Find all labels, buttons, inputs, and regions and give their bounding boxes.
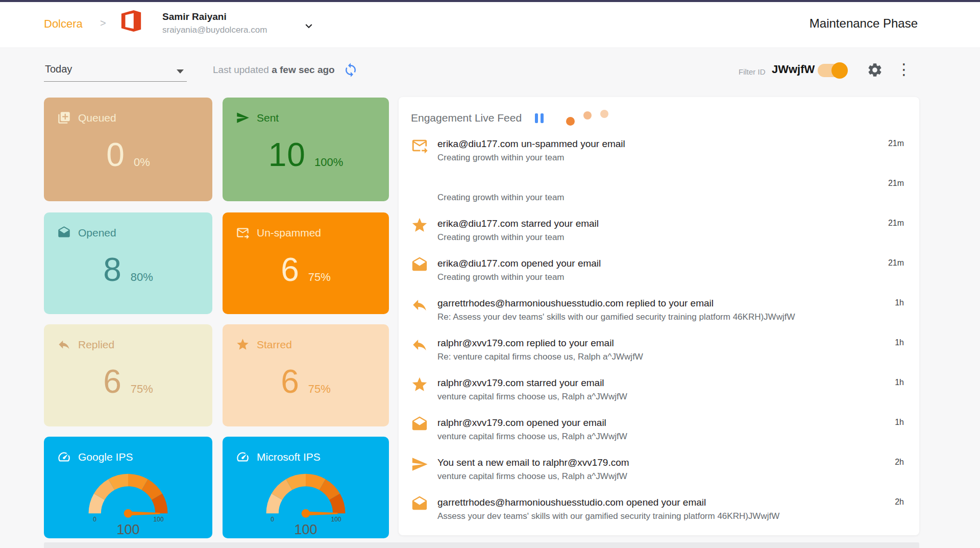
feed-item-title: ralphr@xvv179.com starred your email — [437, 376, 877, 390]
stat-percent: 75% — [308, 271, 331, 284]
feed-title: Engagement Live Feed — [411, 112, 522, 124]
last-updated-value: a few sec ago — [272, 64, 335, 75]
reply-icon — [411, 336, 428, 353]
stat-card-opened[interactable]: Opened 8 80% — [44, 212, 212, 314]
phase-label: Maintenance Phase — [810, 16, 918, 31]
stat-percent: 80% — [131, 271, 153, 284]
stat-card-sent[interactable]: Sent 10 100% — [223, 98, 389, 201]
user-name: Samir Raiyani — [162, 11, 267, 22]
feed-item[interactable]: ralphr@xvv179.com replied to your email … — [399, 335, 919, 375]
open-envelope-icon — [411, 256, 428, 274]
gauge-min-tick: 0 — [93, 516, 96, 523]
pause-icon[interactable] — [535, 113, 544, 123]
stat-card-unspammed[interactable]: Un-spammed 6 75% — [223, 212, 389, 314]
account-selector[interactable]: Samir Raiyani sraiyania@buydolcera.com — [162, 11, 267, 35]
stat-value: 8 — [103, 251, 122, 289]
feed-item[interactable]: erika@diu177.com starred your email Crea… — [399, 216, 919, 255]
feed-item-time: 1h — [877, 416, 904, 455]
feed-item-subtitle: venture capital firms choose us, Ralph a… — [437, 430, 877, 443]
feed-item[interactable]: ralphr@xvv179.com starred your email ven… — [399, 375, 919, 415]
feed-item[interactable]: garrettrhodes@harmonioushuesstudio.com r… — [399, 295, 919, 335]
last-updated-text: Last updated a few sec ago — [213, 64, 335, 76]
stat-card-replied[interactable]: Replied 6 75% — [44, 324, 212, 426]
gauge-google: 0 100 100 — [57, 466, 199, 538]
feed-item-title: You sent a new email to ralphr@xvv179.co… — [437, 456, 877, 470]
stat-label: Sent — [257, 112, 279, 124]
feed-item-title: ralphr@xvv179.com opened your email — [437, 416, 877, 430]
feed-item-subtitle: Assess your dev teams' skills with our g… — [437, 510, 877, 522]
chevron-down-icon[interactable] — [302, 19, 315, 33]
kebab-menu-icon[interactable]: ⋮ — [896, 59, 911, 80]
add-to-queue-icon — [57, 111, 71, 125]
select-caret-icon — [177, 69, 184, 74]
stat-label: Replied — [78, 339, 114, 351]
feed-header: Engagement Live Feed — [399, 97, 919, 133]
stat-percent: 0% — [134, 156, 150, 169]
feed-item-time: 21m — [877, 217, 904, 255]
feed-item-title: erika@diu177.com un-spammed your email — [437, 137, 877, 151]
date-range-value: Today — [45, 63, 72, 75]
stat-card-queued[interactable]: Queued 0 0% — [44, 98, 212, 201]
gauge-max-tick: 100 — [331, 516, 341, 523]
feed-item[interactable]: You sent a new email to ralphr@xvv179.co… — [399, 455, 919, 494]
feed-item-time: 21m — [877, 177, 904, 216]
brand-link[interactable]: Dolcera — [44, 17, 83, 31]
star-icon — [411, 376, 428, 393]
open-envelope-icon — [411, 495, 428, 513]
feed-item[interactable]: erika@diu177.com un-spammed your email C… — [399, 136, 919, 176]
feed-item-subtitle: Creating growth within your team — [437, 151, 877, 164]
stat-value: 6 — [281, 251, 300, 289]
speedometer-icon — [236, 450, 250, 464]
next-row-peek — [44, 542, 919, 548]
toggle-knob — [831, 62, 848, 79]
feed-item-title: erika@diu177.com starred your email — [437, 217, 877, 231]
feed-item-subtitle: Creating growth within your team — [437, 191, 877, 204]
loading-dots-icon — [566, 114, 608, 123]
gauge-card-microsoft-ips[interactable]: Microsoft IPS 0 100 100 — [223, 437, 389, 538]
breadcrumb: > — [100, 17, 106, 29]
engagement-live-feed-panel: Engagement Live Feed erika@diu177.com un… — [399, 97, 919, 535]
gear-icon[interactable] — [867, 62, 883, 78]
feed-item[interactable]: ralphr@xvv179.com opened your email vent… — [399, 415, 919, 455]
feed-item-time: 2h — [877, 456, 904, 494]
feed-item-time: 1h — [877, 296, 904, 335]
feed-item-time: 21m — [877, 137, 904, 176]
star-icon — [236, 338, 250, 351]
filter-toggle[interactable] — [818, 64, 846, 77]
app-header: Dolcera > Samir Raiyani sraiyania@buydol… — [0, 2, 980, 48]
stat-card-starred[interactable]: Starred 6 75% — [223, 324, 389, 426]
feed-item[interactable]: erika@diu177.com opened your email Creat… — [399, 255, 919, 295]
send-icon — [411, 456, 428, 473]
gauge-label: Microsoft IPS — [257, 451, 321, 463]
feed-item-title: garrettrhodes@harmonioushuesstudio.com o… — [437, 495, 877, 510]
feed-item-time: 21m — [877, 256, 904, 295]
gauge-card-google-ips[interactable]: Google IPS 0 100 100 — [44, 437, 212, 538]
filter-id-label: Filter ID — [739, 67, 766, 76]
feed-item-title: garrettrhodes@harmonioushuesstudio.com r… — [437, 296, 877, 311]
open-envelope-icon — [411, 416, 428, 433]
send-icon — [236, 111, 250, 125]
stat-label: Opened — [78, 227, 116, 239]
feed-item-subtitle: Re: Assess your dev teams' skills with o… — [437, 311, 877, 323]
feed-item-subtitle: Creating growth within your team — [437, 271, 877, 283]
refresh-icon[interactable] — [343, 62, 358, 78]
feed-item[interactable]: Creating growth within your team 21m — [399, 176, 919, 216]
feed-item-time: 2h — [877, 495, 904, 534]
stat-value: 0 — [106, 136, 125, 174]
speedometer-icon — [57, 450, 71, 464]
feed-item-subtitle: Creating growth within your team — [437, 231, 877, 244]
feed-list: erika@diu177.com un-spammed your email C… — [399, 133, 919, 534]
feed-item-subtitle: Re: venture capital firms choose us, Ral… — [437, 350, 877, 363]
gauge-min-tick: 0 — [271, 516, 274, 523]
feed-item[interactable]: garrettrhodes@harmonioushuesstudio.com o… — [399, 494, 919, 534]
date-range-select[interactable]: Today — [44, 60, 187, 82]
stat-value: 6 — [103, 363, 122, 400]
feed-item-title: erika@diu177.com opened your email — [437, 256, 877, 271]
feed-item-time: 1h — [877, 336, 904, 375]
stat-label: Starred — [257, 339, 292, 351]
stat-percent: 75% — [131, 383, 153, 396]
feed-item-title — [437, 177, 877, 191]
reply-icon — [411, 296, 428, 314]
feed-item-title: ralphr@xvv179.com replied to your email — [437, 336, 877, 350]
stat-label: Un-spammed — [257, 227, 321, 239]
